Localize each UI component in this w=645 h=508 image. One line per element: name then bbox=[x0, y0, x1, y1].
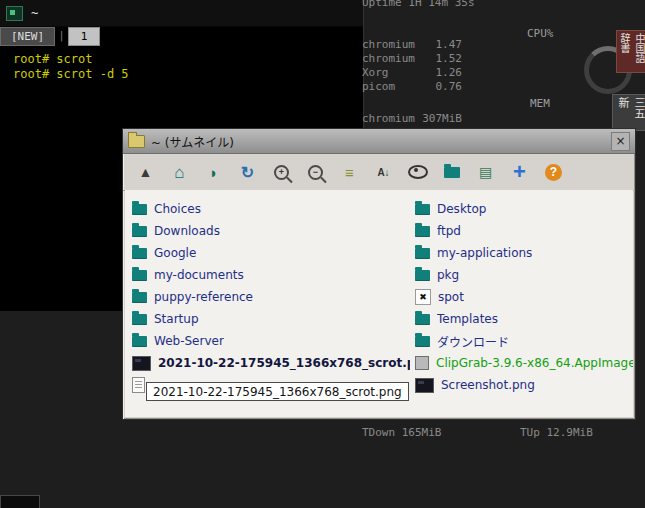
process-value: 1.52 bbox=[436, 52, 463, 66]
terminal-titlebar[interactable]: ~ bbox=[0, 0, 363, 27]
file-item-spot[interactable]: ✖ spot bbox=[415, 286, 633, 308]
file-item-templates[interactable]: Templates bbox=[415, 308, 633, 330]
zoom-in-button[interactable]: + bbox=[269, 159, 294, 185]
folder-icon bbox=[132, 270, 147, 281]
plus-sign: + bbox=[279, 168, 284, 177]
eye-icon bbox=[408, 165, 428, 179]
bookmarks-icon: ◗ bbox=[209, 164, 218, 181]
file-item-web-server[interactable]: Web-Server bbox=[132, 330, 410, 352]
file-item-choices[interactable]: Choices bbox=[132, 198, 410, 220]
file-item-desktop[interactable]: Desktop bbox=[415, 198, 633, 220]
home-icon: ⌂ bbox=[174, 164, 184, 181]
taskbar-fragment[interactable] bbox=[0, 495, 40, 508]
terminal-tab-1[interactable]: 1 bbox=[68, 27, 101, 46]
terminal-line: root# scrot -d 5 bbox=[13, 67, 363, 82]
file-item-downloads[interactable]: Downloads bbox=[132, 220, 410, 242]
file-label: Startup bbox=[154, 312, 199, 326]
new-button[interactable]: + bbox=[507, 159, 532, 185]
process-value: 1.26 bbox=[436, 66, 463, 80]
file-label: ClipGrab-3.9.6-x86_64.AppImage bbox=[436, 356, 633, 370]
process-value: 1.47 bbox=[436, 38, 463, 52]
folder-icon bbox=[415, 336, 430, 347]
file-item-clipgrab-appimage[interactable]: ClipGrab-3.9.6-x86_64.AppImage bbox=[415, 352, 633, 374]
file-label: pkg bbox=[437, 268, 459, 282]
process-name: chromium bbox=[362, 38, 415, 52]
file-item-puppy-reference[interactable]: puppy-reference bbox=[132, 286, 410, 308]
terminal-tab-new[interactable]: [NEW] bbox=[0, 27, 55, 46]
terminal-output[interactable]: root# scrot root# scrot -d 5 bbox=[0, 46, 363, 82]
process-row: Xorg 1.26 bbox=[362, 66, 462, 80]
process-name: chromium bbox=[362, 52, 415, 66]
file-label: 2021-10-22-175945_1366x768_scrot.png bbox=[158, 356, 410, 370]
filer-titlebar[interactable]: ~ (サムネイル) × bbox=[123, 129, 635, 154]
cpu-process-list: chromium 1.47 chromium 1.52 Xorg 1.26 pi… bbox=[362, 38, 462, 94]
folder-icon bbox=[132, 226, 147, 237]
folder-icon bbox=[415, 314, 430, 325]
mem-process-list: chromium 307MiB bbox=[362, 112, 462, 126]
file-item-ftpd[interactable]: ftpd bbox=[415, 220, 633, 242]
close-button[interactable]: × bbox=[611, 132, 630, 151]
file-item-google[interactable]: Google bbox=[132, 242, 410, 264]
folder-icon bbox=[132, 336, 147, 347]
file-label: puppy-reference bbox=[154, 290, 253, 304]
file-item-startup[interactable]: Startup bbox=[132, 308, 410, 330]
magnifier-minus-icon: − bbox=[308, 165, 323, 180]
process-row: chromium 1.52 bbox=[362, 52, 462, 66]
folder-icon bbox=[132, 292, 147, 303]
details-button[interactable]: ▤ bbox=[473, 159, 498, 185]
file-item-downloads-ja[interactable]: ダウンロード bbox=[415, 330, 633, 352]
folder-icon bbox=[444, 167, 460, 178]
spot-cursor-icon: ✖ bbox=[415, 289, 431, 305]
file-column-right: Desktop ftpd my-applications pkg ✖ spot bbox=[415, 198, 633, 396]
desktop-widget-1[interactable]: 中国語辞書 bbox=[616, 30, 645, 73]
process-row: picom 0.76 bbox=[362, 80, 462, 94]
file-label: Choices bbox=[154, 202, 201, 216]
bookmarks-button[interactable]: ◗ bbox=[201, 159, 226, 185]
file-label: my-documents bbox=[154, 268, 244, 282]
zoom-out-button[interactable]: − bbox=[303, 159, 328, 185]
filename-tooltip: 2021-10-22-175945_1366x768_scrot.png bbox=[146, 382, 409, 401]
refresh-button[interactable]: ↻ bbox=[235, 159, 260, 185]
folder-icon bbox=[132, 314, 147, 325]
show-hidden-button[interactable] bbox=[405, 159, 430, 185]
terminal-tabbar: [NEW] | 1 bbox=[0, 27, 363, 46]
folder-icon bbox=[415, 248, 430, 259]
process-name: Xorg bbox=[362, 66, 389, 80]
file-label: Desktop bbox=[437, 202, 487, 216]
folder-icon bbox=[415, 204, 430, 215]
help-icon: ? bbox=[545, 164, 562, 181]
file-item-screenshot-png[interactable]: Screenshot.png bbox=[415, 374, 633, 396]
desktop-widget-2[interactable]: 三五新 bbox=[612, 94, 645, 131]
file-label: ダウンロード bbox=[437, 333, 509, 350]
mem-header: MEM bbox=[530, 97, 550, 110]
new-folder-button[interactable] bbox=[439, 159, 464, 185]
uptime-text: Uptime 1H 14m 35s bbox=[362, 0, 475, 9]
help-button[interactable]: ? bbox=[541, 159, 566, 185]
up-arrow-icon: ▲ bbox=[139, 164, 153, 180]
up-button[interactable]: ▲ bbox=[133, 159, 158, 185]
file-label: Google bbox=[154, 246, 196, 260]
plus-icon: + bbox=[513, 163, 526, 181]
process-name: chromium bbox=[362, 112, 415, 126]
sort-button[interactable]: A↓ bbox=[371, 159, 396, 185]
folder-icon bbox=[415, 226, 430, 237]
net-down-text: TDown 165MiB bbox=[362, 426, 441, 439]
cpu-header: CPU% bbox=[527, 27, 554, 40]
file-label: Web-Server bbox=[154, 334, 224, 348]
file-item-pkg[interactable]: pkg bbox=[415, 264, 633, 286]
list-view-icon: ≡ bbox=[345, 164, 354, 181]
file-item-my-documents[interactable]: my-documents bbox=[132, 264, 410, 286]
image-thumbnail-icon bbox=[132, 356, 151, 371]
file-label: Downloads bbox=[154, 224, 220, 238]
refresh-icon: ↻ bbox=[241, 163, 254, 182]
home-button[interactable]: ⌂ bbox=[167, 159, 192, 185]
list-view-button[interactable]: ≡ bbox=[337, 159, 362, 185]
file-item-scrot-png[interactable]: 2021-10-22-175945_1366x768_scrot.png bbox=[132, 352, 410, 374]
process-value: 307MiB bbox=[422, 112, 462, 126]
terminal-icon bbox=[6, 6, 23, 21]
tab-divider: | bbox=[55, 27, 68, 46]
process-value: 0.76 bbox=[436, 80, 463, 94]
terminal-title: ~ bbox=[31, 6, 38, 20]
file-label: Templates bbox=[437, 312, 498, 326]
file-item-my-applications[interactable]: my-applications bbox=[415, 242, 633, 264]
